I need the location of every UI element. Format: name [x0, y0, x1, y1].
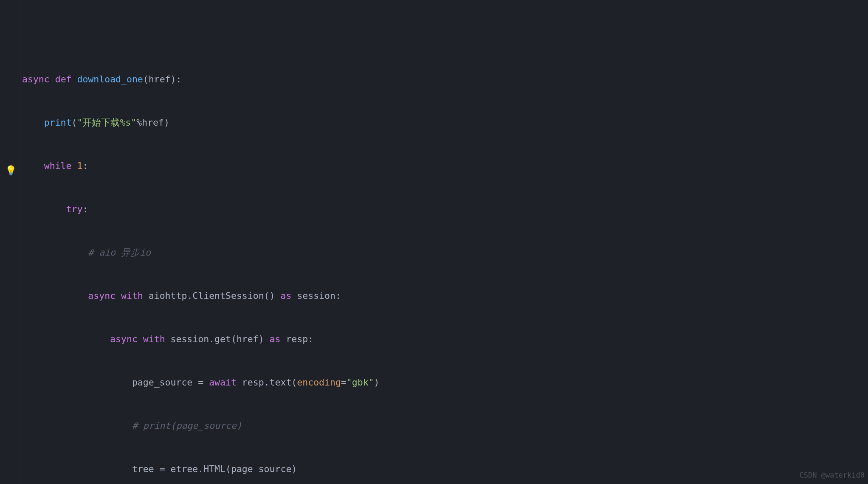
param: href: [149, 72, 171, 87]
code-line: # aio 异步io: [22, 245, 868, 260]
code-line: # print(page_source): [22, 419, 868, 433]
comment: # aio 异步io: [88, 245, 151, 260]
code-line: while 1:: [22, 159, 868, 173]
code-line: print("开始下载%s"%href): [22, 115, 868, 130]
string: "开始下载%s": [77, 115, 136, 130]
comment: # print(page_source): [132, 419, 242, 433]
watermark: CSDN @waterkid0: [799, 468, 865, 482]
code-line: async def download_one(href):: [22, 72, 868, 87]
code-area[interactable]: async def download_one(href): print("开始下…: [20, 0, 868, 484]
code-line: async with session.get(href) as resp:: [22, 332, 868, 346]
code-line: try:: [22, 202, 868, 217]
code-line: page_source = await resp.text(encoding="…: [22, 375, 868, 390]
code-line: [22, 29, 868, 43]
function-name: download_one: [77, 72, 143, 87]
code-line: tree = etree.HTML(page_source): [22, 462, 868, 476]
code-editor[interactable]: 💡 async def download_one(href): print("开…: [0, 0, 868, 484]
keyword-def: def: [55, 72, 72, 87]
lightbulb-icon[interactable]: 💡: [5, 163, 17, 178]
code-line: async with aiohttp.ClientSession() as se…: [22, 289, 868, 303]
editor-gutter: 💡: [0, 0, 20, 484]
fn-print: print: [44, 115, 72, 130]
keyword-async: async: [22, 72, 50, 87]
